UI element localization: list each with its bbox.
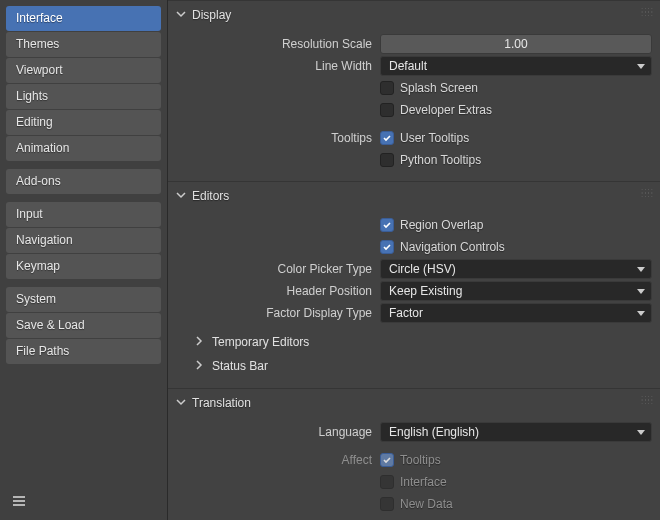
select-language[interactable]: English (English)	[380, 422, 652, 442]
sidebar-item-file-paths[interactable]: File Paths	[6, 339, 161, 364]
checkbox-label: Splash Screen	[400, 81, 478, 95]
drag-grip-icon[interactable]: ::::::::	[641, 396, 654, 404]
sidebar-item-addons[interactable]: Add-ons	[6, 169, 161, 194]
label-language: Language	[176, 425, 372, 439]
chevron-right-icon	[194, 359, 204, 373]
sidebar-group-3: System Save & Load File Paths	[6, 287, 161, 364]
panel-translation: Translation :::::::: Language English (E…	[168, 388, 660, 520]
sidebar-item-interface[interactable]: Interface	[6, 6, 161, 31]
checkbox-label: User Tooltips	[400, 131, 469, 145]
drag-grip-icon[interactable]: ::::::::	[641, 189, 654, 197]
chevron-down-icon	[176, 189, 186, 203]
select-header-position[interactable]: Keep Existing	[380, 281, 652, 301]
panel-header-display[interactable]: Display ::::::::	[168, 1, 660, 29]
sidebar-group-0: Interface Themes Viewport Lights Editing…	[6, 6, 161, 161]
panel-body-display: Resolution Scale 1.00 Line Width Default	[168, 29, 660, 181]
sidebar-item-keymap[interactable]: Keymap	[6, 254, 161, 279]
label-header-position: Header Position	[176, 284, 372, 298]
panel-header-translation[interactable]: Translation ::::::::	[168, 389, 660, 417]
sidebar-item-themes[interactable]: Themes	[6, 32, 161, 57]
checkbox-label: Region Overlap	[400, 218, 483, 232]
sidebar-item-input[interactable]: Input	[6, 202, 161, 227]
input-resolution-scale[interactable]: 1.00	[380, 34, 652, 54]
preferences-sidebar: Interface Themes Viewport Lights Editing…	[0, 0, 168, 520]
label-color-picker: Color Picker Type	[176, 262, 372, 276]
sidebar-group-2: Input Navigation Keymap	[6, 202, 161, 279]
panel-body-editors: Region Overlap Navigation Controls Color…	[168, 210, 660, 388]
checkbox-splash-screen[interactable]	[380, 81, 394, 95]
preferences-root: Interface Themes Viewport Lights Editing…	[0, 0, 660, 520]
checkbox-python-tooltips[interactable]	[380, 153, 394, 167]
sidebar-item-system[interactable]: System	[6, 287, 161, 312]
checkbox-region-overlap[interactable]	[380, 218, 394, 232]
sidebar-item-editing[interactable]: Editing	[6, 110, 161, 135]
label-resolution-scale: Resolution Scale	[176, 37, 372, 51]
select-line-width[interactable]: Default	[380, 56, 652, 76]
panel-title: Editors	[192, 189, 229, 203]
sidebar-item-navigation[interactable]: Navigation	[6, 228, 161, 253]
panel-editors: Editors :::::::: Region Overlap	[168, 181, 660, 388]
panel-header-editors[interactable]: Editors ::::::::	[168, 182, 660, 210]
chevron-down-icon	[176, 8, 186, 22]
sidebar-item-viewport[interactable]: Viewport	[6, 58, 161, 83]
checkbox-navigation-controls[interactable]	[380, 240, 394, 254]
checkbox-label: Python Tooltips	[400, 153, 481, 167]
panel-title: Translation	[192, 396, 251, 410]
subpanel-temporary-editors[interactable]: Temporary Editors	[176, 330, 652, 354]
subpanel-status-bar[interactable]: Status Bar	[176, 354, 652, 378]
checkbox-label: New Data	[400, 497, 453, 511]
label-tooltips: Tooltips	[176, 131, 372, 145]
checkbox-user-tooltips[interactable]	[380, 131, 394, 145]
drag-grip-icon[interactable]: ::::::::	[641, 8, 654, 16]
select-factor-display[interactable]: Factor	[380, 303, 652, 323]
chevron-down-icon	[176, 396, 186, 410]
sidebar-item-animation[interactable]: Animation	[6, 136, 161, 161]
checkbox-label: Interface	[400, 475, 447, 489]
sidebar-group-1: Add-ons	[6, 169, 161, 194]
checkbox-affect-new-data	[380, 497, 394, 511]
select-color-picker[interactable]: Circle (HSV)	[380, 259, 652, 279]
preferences-main: Display :::::::: Resolution Scale 1.00 L…	[168, 0, 660, 520]
hamburger-menu-icon[interactable]	[10, 492, 28, 510]
chevron-right-icon	[194, 335, 204, 349]
subpanel-title: Temporary Editors	[212, 335, 309, 349]
panel-body-translation: Language English (English) Affect Toolti…	[168, 417, 660, 520]
checkbox-developer-extras[interactable]	[380, 103, 394, 117]
panel-display: Display :::::::: Resolution Scale 1.00 L…	[168, 0, 660, 181]
label-line-width: Line Width	[176, 59, 372, 73]
panel-title: Display	[192, 8, 231, 22]
checkbox-label: Tooltips	[400, 453, 441, 467]
checkbox-affect-interface	[380, 475, 394, 489]
subpanel-title: Status Bar	[212, 359, 268, 373]
checkbox-affect-tooltips	[380, 453, 394, 467]
label-factor-display: Factor Display Type	[176, 306, 372, 320]
checkbox-label: Navigation Controls	[400, 240, 505, 254]
label-affect: Affect	[176, 453, 372, 467]
checkbox-label: Developer Extras	[400, 103, 492, 117]
sidebar-item-lights[interactable]: Lights	[6, 84, 161, 109]
sidebar-item-save-load[interactable]: Save & Load	[6, 313, 161, 338]
